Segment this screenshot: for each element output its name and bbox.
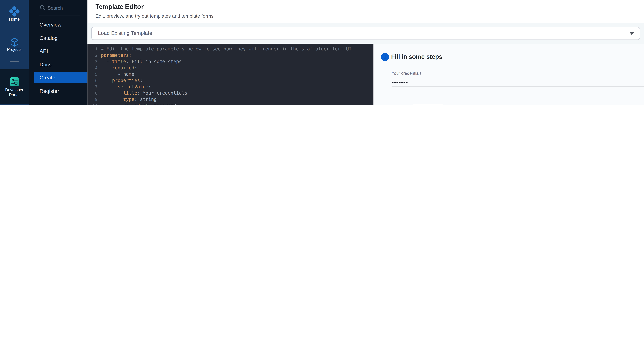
sidebar-divider [39, 15, 80, 16]
code-text: title: Your credentials [101, 90, 187, 96]
sidebar-divider [39, 101, 80, 101]
rail-label-home: Home [0, 17, 28, 22]
module-rail: Home Projects [0, 0, 28, 105]
code-text: - name [101, 71, 134, 77]
sidebar-item-api[interactable]: API [28, 46, 88, 57]
code-text: - title: Fill in some steps [101, 59, 182, 64]
template-form-preview: 1 Fill in some steps Your credentials ••… [374, 44, 644, 105]
code-line: 10 ui:widget: password [88, 102, 374, 105]
rail-item-developer-portal[interactable] [0, 76, 28, 89]
code-line: 6 properties: [88, 76, 374, 83]
line-number: 10 [88, 102, 98, 105]
yaml-code-editor[interactable]: 1# Edit the template parameters below to… [88, 44, 374, 105]
search-icon [40, 5, 46, 12]
code-line: 5 - name [88, 70, 374, 76]
code-text: # Edit the template parameters below to … [101, 46, 352, 52]
credentials-field-label: Your credentials [392, 71, 422, 76]
main-content: Template Editor Edit, preview, and try o… [88, 0, 644, 105]
load-existing-template-select[interactable]: Load Existing Template [91, 27, 640, 40]
app-window: Home Projects [0, 0, 644, 105]
home-icon [9, 6, 20, 18]
code-line: 2parameters: [88, 51, 374, 57]
code-text: type: string [101, 97, 157, 102]
rail-item-home[interactable] [0, 6, 28, 18]
rail-section-dash [10, 61, 19, 62]
template-loader-bar: Load Existing Template [88, 23, 644, 44]
code-text: ui:widget: password [101, 103, 176, 105]
code-line: 4 required: [88, 64, 374, 70]
step-title: Fill in some steps [391, 53, 442, 60]
code-line: 9 type: string [88, 95, 374, 102]
sidebar-item-docs[interactable]: Docs [28, 59, 88, 70]
sidebar-item-register[interactable]: Register [28, 85, 88, 96]
code-text: properties: [101, 78, 143, 83]
search-input[interactable] [47, 4, 84, 11]
rail-label-projects: Projects [0, 47, 28, 52]
page-title: Template Editor [96, 3, 144, 10]
sidebar-item-overview[interactable]: Overview [28, 19, 88, 30]
rail-label-developer-portal: DeveloperPortal [0, 87, 28, 97]
code-line: 3 - title: Fill in some steps [88, 57, 374, 64]
step-number-badge: 1 [381, 53, 389, 61]
code-line: 8 title: Your credentials [88, 89, 374, 95]
sidebar-item-catalog[interactable]: Catalog [28, 32, 88, 43]
plugin-sidebar: Overview Catalog API Docs Create Registe… [28, 0, 88, 105]
page-subtitle: Edit, preview, and try out templates and… [96, 13, 214, 18]
chevron-down-icon [630, 32, 634, 35]
code-text: required: [101, 65, 137, 70]
code-text: secretValue: [101, 84, 151, 89]
code-line: 7 secretValue: [88, 83, 374, 89]
sidebar-item-create[interactable]: Create [34, 72, 88, 83]
code-text: parameters: [101, 52, 132, 58]
developer-portal-icon [9, 76, 20, 89]
credentials-password-input[interactable]: ••••••• [392, 79, 408, 86]
sidebar-search[interactable] [28, 2, 88, 12]
code-line: 1# Edit the template parameters below to… [88, 45, 374, 51]
input-underline [392, 86, 644, 87]
select-placeholder: Load Existing Template [98, 27, 152, 39]
